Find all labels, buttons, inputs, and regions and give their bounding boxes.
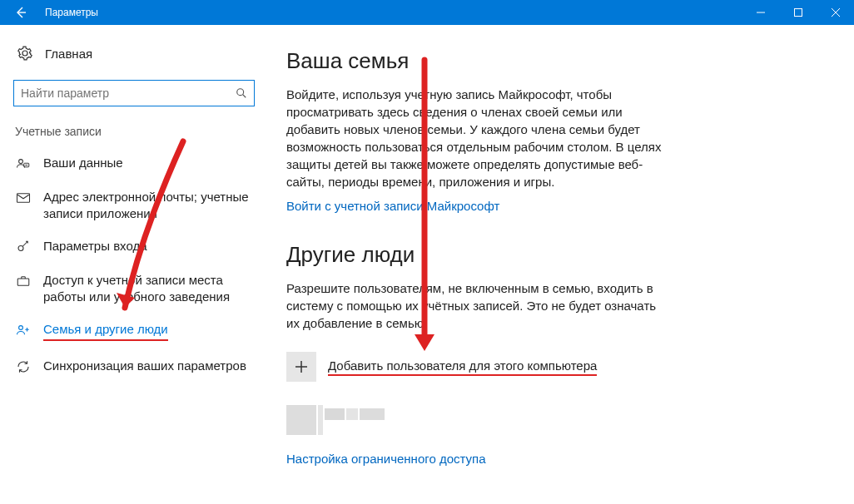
minimize-icon bbox=[757, 8, 765, 17]
minimize-button[interactable] bbox=[742, 0, 779, 25]
sidebar-nav: Ваши данные Адрес электронной почты; уче… bbox=[0, 146, 266, 383]
plus-icon bbox=[286, 352, 316, 382]
search-icon bbox=[229, 87, 254, 99]
sidebar-item-label: Ваши данные bbox=[43, 155, 123, 171]
sidebar-item-label: Параметры входа bbox=[43, 238, 147, 254]
sidebar-item-work-access[interactable]: Доступ к учетной записи места работы или… bbox=[0, 264, 266, 313]
home-link[interactable]: Главная bbox=[0, 40, 266, 67]
others-heading: Другие люди bbox=[286, 242, 834, 268]
close-icon bbox=[832, 8, 840, 17]
svg-point-5 bbox=[18, 246, 23, 251]
svg-point-1 bbox=[237, 89, 244, 96]
add-user-label: Добавить пользователя для этого компьюте… bbox=[328, 358, 597, 376]
sync-icon bbox=[15, 358, 32, 375]
arrow-left-icon bbox=[14, 6, 27, 19]
back-button[interactable] bbox=[0, 0, 42, 25]
sidebar: Главная Учетные записи Ваши данные bbox=[0, 25, 266, 504]
mail-icon bbox=[15, 190, 32, 206]
sidebar-item-email-accounts[interactable]: Адрес электронной почты; учетные записи … bbox=[0, 180, 266, 230]
window-title: Параметры bbox=[42, 7, 98, 18]
sidebar-item-label: Доступ к учетной записи места работы или… bbox=[43, 272, 253, 304]
gear-icon bbox=[17, 45, 33, 62]
svg-rect-4 bbox=[17, 194, 30, 203]
people-plus-icon bbox=[15, 322, 32, 338]
home-label: Главная bbox=[45, 47, 92, 61]
signin-link[interactable]: Войти с учетной записи Майкрософт bbox=[286, 199, 499, 213]
sidebar-item-sync[interactable]: Синхронизация ваших параметров bbox=[0, 349, 266, 383]
family-heading: Ваша семья bbox=[286, 48, 834, 74]
svg-rect-6 bbox=[17, 279, 29, 285]
family-body: Войдите, используя учетную запись Майкро… bbox=[286, 86, 669, 190]
search-box[interactable] bbox=[13, 80, 255, 106]
maximize-button[interactable] bbox=[779, 0, 817, 25]
svg-rect-0 bbox=[794, 9, 802, 17]
obscured-user-entry bbox=[286, 405, 536, 435]
main-content: Ваша семья Войдите, используя учетную за… bbox=[266, 25, 854, 504]
others-body: Разрешите пользователям, не включенным в… bbox=[286, 279, 669, 332]
limited-access-link[interactable]: Настройка ограниченного доступа bbox=[286, 452, 486, 466]
svg-point-7 bbox=[19, 326, 23, 330]
close-button[interactable] bbox=[817, 0, 854, 25]
sidebar-item-label: Адрес электронной почты; учетные записи … bbox=[43, 189, 253, 221]
svg-point-2 bbox=[19, 160, 23, 164]
sidebar-item-signin-options[interactable]: Параметры входа bbox=[0, 230, 266, 264]
add-user-row[interactable]: Добавить пользователя для этого компьюте… bbox=[286, 352, 834, 382]
sidebar-item-label: Синхронизация ваших параметров bbox=[43, 358, 246, 374]
search-input[interactable] bbox=[14, 86, 229, 100]
person-badge-icon bbox=[15, 156, 32, 172]
sidebar-section-label: Учетные записи bbox=[15, 125, 266, 138]
sidebar-item-your-info[interactable]: Ваши данные bbox=[0, 146, 266, 180]
maximize-icon bbox=[794, 8, 802, 17]
key-icon bbox=[15, 239, 32, 255]
titlebar: Параметры bbox=[0, 0, 854, 25]
briefcase-icon bbox=[15, 273, 32, 289]
sidebar-item-family[interactable]: Семья и другие люди bbox=[0, 313, 266, 349]
sidebar-item-label: Семья и другие люди bbox=[43, 321, 168, 341]
